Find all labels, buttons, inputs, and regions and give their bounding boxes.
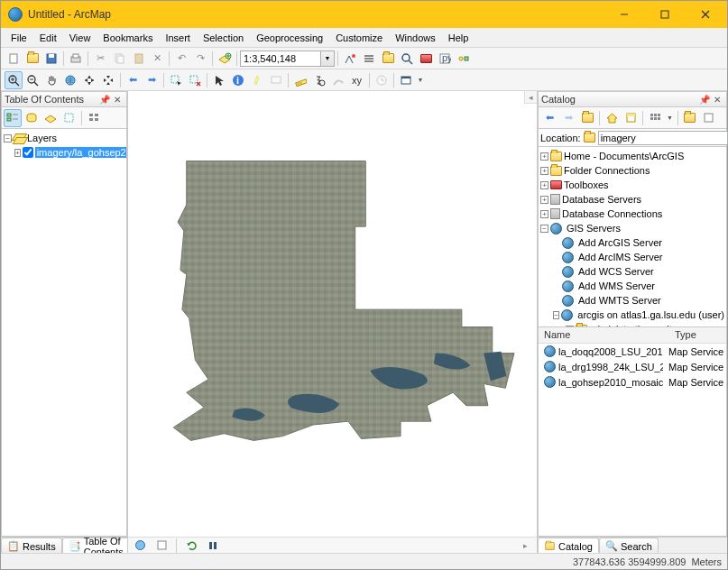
paste-button[interactable] bbox=[129, 50, 147, 68]
arctoolbox-button[interactable] bbox=[417, 50, 435, 68]
catalog-tab[interactable]: Catalog bbox=[538, 538, 599, 553]
results-tab[interactable]: 📋Results bbox=[1, 538, 62, 553]
new-button[interactable] bbox=[5, 50, 23, 68]
menu-selection[interactable]: Selection bbox=[197, 30, 250, 46]
options-button[interactable] bbox=[700, 109, 718, 127]
catalog-tree[interactable]: +Home - Documents\ArcGIS +Folder Connect… bbox=[538, 147, 727, 327]
menu-customize[interactable]: Customize bbox=[329, 30, 389, 46]
map-expand-right[interactable]: ◂ bbox=[524, 91, 537, 104]
toggle-contents-button[interactable] bbox=[622, 109, 640, 127]
undo-button[interactable]: ↶ bbox=[172, 50, 190, 68]
cat-home-button[interactable] bbox=[603, 109, 621, 127]
menu-windows[interactable]: Windows bbox=[389, 30, 442, 46]
toc-tab[interactable]: 📑Table Of Contents bbox=[62, 538, 130, 553]
location-input[interactable] bbox=[598, 131, 728, 145]
layers-node[interactable]: − Layers bbox=[4, 131, 124, 145]
add-data-button[interactable] bbox=[216, 50, 234, 68]
back-button[interactable]: ⬅ bbox=[124, 71, 142, 89]
options-button[interactable] bbox=[85, 109, 103, 127]
layer-checkbox[interactable] bbox=[23, 147, 33, 158]
select-features-tool[interactable] bbox=[167, 71, 185, 89]
scale-dropdown[interactable]: ▼ bbox=[321, 51, 335, 67]
data-view-button[interactable] bbox=[131, 537, 149, 555]
find-tool[interactable] bbox=[310, 71, 328, 89]
maximize-button[interactable] bbox=[644, 2, 685, 27]
connect-folder-button[interactable] bbox=[681, 109, 699, 127]
pin-icon[interactable]: 📌 bbox=[98, 95, 111, 105]
pause-button[interactable] bbox=[204, 537, 222, 555]
time-slider-button[interactable] bbox=[373, 71, 391, 89]
details-list[interactable]: la_doqq2008_LSU_2016Map Service la_drg19… bbox=[539, 344, 726, 536]
print-button[interactable] bbox=[67, 50, 85, 68]
toc-tree[interactable]: − Layers + imagery/la_gohsep2010_ bbox=[1, 129, 127, 537]
menu-file[interactable]: File bbox=[5, 30, 33, 46]
view-dropdown[interactable]: ▼ bbox=[665, 115, 675, 121]
map-scale[interactable]: ▼ bbox=[240, 51, 335, 67]
expand-icon[interactable]: + bbox=[14, 149, 21, 157]
layout-view-button[interactable] bbox=[152, 537, 170, 555]
find-route-button[interactable] bbox=[329, 71, 347, 89]
col-name[interactable]: Name bbox=[539, 327, 669, 343]
menu-help[interactable]: Help bbox=[442, 30, 475, 46]
toc-button[interactable] bbox=[360, 50, 378, 68]
html-popup-tool[interactable] bbox=[267, 71, 285, 89]
catalog-window-button[interactable] bbox=[379, 50, 397, 68]
save-button[interactable] bbox=[42, 50, 60, 68]
gis-servers-node[interactable]: −GIS Servers bbox=[540, 221, 724, 235]
create-viewer-button[interactable] bbox=[397, 71, 415, 89]
close-panel-icon[interactable]: ✕ bbox=[711, 95, 723, 105]
map-expand-left[interactable]: ▸ bbox=[516, 537, 534, 555]
menu-geoprocessing[interactable]: Geoprocessing bbox=[250, 30, 329, 46]
toc-header[interactable]: Table Of Contents 📌 ✕ bbox=[1, 91, 127, 107]
fixed-zoom-in-button[interactable] bbox=[80, 71, 98, 89]
close-panel-icon[interactable]: ✕ bbox=[111, 95, 124, 105]
menu-edit[interactable]: Edit bbox=[33, 30, 63, 46]
server-connection-node[interactable]: −arcgis on atlas1.ga.lsu.edu (user) bbox=[540, 308, 724, 322]
close-button[interactable] bbox=[685, 2, 725, 27]
python-button[interactable]: py bbox=[436, 50, 454, 68]
col-type[interactable]: Type bbox=[669, 327, 702, 343]
list-item[interactable]: la_drg1998_24k_LSU_2016Map Service bbox=[539, 359, 726, 374]
editor-toolbar-button[interactable] bbox=[341, 50, 359, 68]
refresh-button[interactable] bbox=[182, 537, 200, 555]
cat-up-button[interactable] bbox=[578, 109, 596, 127]
scale-input[interactable] bbox=[240, 51, 321, 67]
list-item[interactable]: la_gohsep2010_mosaic_LSU_2016Map Service bbox=[539, 374, 726, 390]
hyperlink-tool[interactable] bbox=[248, 71, 266, 89]
delete-button[interactable]: ✕ bbox=[148, 50, 166, 68]
open-button[interactable] bbox=[23, 50, 41, 68]
forward-button[interactable]: ➡ bbox=[143, 71, 161, 89]
list-by-selection-button[interactable] bbox=[60, 109, 78, 127]
view-menu-button[interactable] bbox=[646, 109, 664, 127]
search-tab[interactable]: 🔍Search bbox=[599, 538, 659, 553]
layer-node[interactable]: + imagery/la_gohsep2010_ bbox=[4, 145, 124, 160]
menu-view[interactable]: View bbox=[63, 30, 97, 46]
list-by-visibility-button[interactable] bbox=[41, 109, 60, 127]
search-window-button[interactable] bbox=[398, 50, 416, 68]
list-item[interactable]: la_doqq2008_LSU_2016Map Service bbox=[539, 344, 726, 359]
measure-tool[interactable] bbox=[291, 71, 309, 89]
layer-label[interactable]: imagery/la_gohsep2010_ bbox=[35, 147, 127, 158]
map-canvas[interactable]: ◂ bbox=[128, 91, 537, 537]
fixed-zoom-out-button[interactable] bbox=[99, 71, 117, 89]
select-elements-tool[interactable] bbox=[210, 71, 228, 89]
catalog-header[interactable]: Catalog 📌 ✕ bbox=[538, 91, 727, 107]
goto-xy-button[interactable]: xy bbox=[348, 71, 366, 89]
menu-bookmarks[interactable]: Bookmarks bbox=[97, 30, 159, 46]
cut-button[interactable]: ✂ bbox=[91, 50, 109, 68]
cat-back-button[interactable]: ⬅ bbox=[540, 109, 558, 127]
list-by-drawing-order-button[interactable] bbox=[4, 109, 22, 127]
collapse-icon[interactable]: − bbox=[4, 134, 12, 142]
zoom-in-tool[interactable] bbox=[5, 71, 23, 89]
menu-insert[interactable]: Insert bbox=[159, 30, 197, 46]
cat-forward-button[interactable]: ➡ bbox=[559, 109, 577, 127]
modelbuilder-button[interactable] bbox=[455, 50, 473, 68]
pin-icon[interactable]: 📌 bbox=[698, 95, 711, 105]
full-extent-button[interactable] bbox=[61, 71, 79, 89]
zoom-out-tool[interactable] bbox=[23, 71, 41, 89]
list-by-source-button[interactable] bbox=[23, 109, 41, 127]
minimize-button[interactable] bbox=[604, 2, 644, 27]
clear-selection-button[interactable] bbox=[186, 71, 204, 89]
identify-tool[interactable]: i bbox=[229, 71, 247, 89]
pan-tool[interactable] bbox=[42, 71, 60, 89]
